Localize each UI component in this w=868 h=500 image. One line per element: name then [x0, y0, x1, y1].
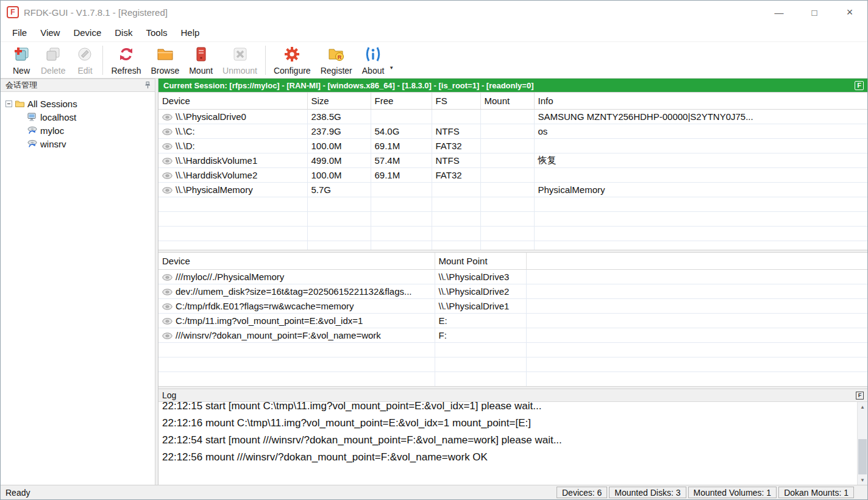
cell: 100.0M	[307, 138, 371, 153]
menu-disk[interactable]: Disk	[108, 25, 139, 40]
configure-button[interactable]: Configure	[269, 44, 316, 77]
col-filler	[526, 253, 867, 269]
table-row[interactable]: C:/tmp/11.img?vol_mount_point=E:&vol_idx…	[158, 313, 867, 328]
empty-row	[158, 211, 867, 226]
mount-button[interactable]: Mount	[184, 44, 218, 77]
empty-cell	[371, 211, 432, 226]
empty-cell	[435, 342, 526, 357]
table-row[interactable]: \\.\HarddiskVolume1499.0M57.4MNTFS恢复	[158, 153, 867, 167]
titlebar: F RFDK-GUI - V1.7.8.1 - [Registered] — □…	[1, 1, 867, 24]
tree-item-localhost[interactable]: localhost	[1, 110, 155, 124]
tree-item-all-sessions[interactable]: All Sessions	[1, 97, 155, 110]
cell: 恢复	[534, 153, 867, 167]
delete-label: Delete	[41, 66, 65, 76]
col-info[interactable]: Info	[534, 93, 867, 109]
empty-cell	[158, 197, 307, 211]
log-header: Log F	[158, 389, 867, 402]
col-size[interactable]: Size	[307, 93, 371, 109]
cell	[480, 124, 534, 138]
cell: FAT32	[432, 167, 480, 182]
unmount-icon	[230, 45, 250, 63]
scrollbar-thumb[interactable]	[858, 439, 867, 474]
edit-label: Edit	[77, 66, 92, 76]
menu-device[interactable]: Device	[66, 25, 108, 40]
cell	[480, 153, 534, 167]
log-line: 22:12:54 start [mount ///winsrv/?dokan_m…	[162, 432, 855, 449]
col-free[interactable]: Free	[371, 93, 432, 109]
device-cell: \\.\HarddiskVolume2	[158, 167, 307, 182]
tree-item-myloc[interactable]: myloc	[1, 124, 155, 137]
log-output: 22:12:15 start [mount C:\tmp\11.img?vol_…	[158, 402, 867, 485]
cell	[480, 109, 534, 124]
empty-cell	[307, 211, 371, 226]
refresh-button[interactable]: Refresh	[106, 44, 146, 77]
minimize-button[interactable]: —	[761, 1, 797, 24]
col-mount[interactable]: Mount	[480, 93, 534, 109]
empty-cell	[371, 226, 432, 241]
about-dropdown-icon[interactable]: ▼	[389, 65, 394, 71]
tree-label-all-sessions: All Sessions	[27, 99, 77, 109]
col-mount-device[interactable]: Device	[158, 253, 435, 269]
delete-session-icon	[43, 45, 63, 63]
cell	[526, 269, 867, 284]
refresh-icon	[116, 45, 136, 63]
configure-label: Configure	[274, 66, 311, 76]
refresh-label: Refresh	[111, 66, 141, 76]
device-cell: \\.\PhysicalDrive0	[158, 109, 307, 124]
col-mount-point[interactable]: Mount Point	[435, 253, 526, 269]
maximize-button[interactable]: □	[797, 1, 832, 24]
empty-row	[158, 197, 867, 211]
table-row[interactable]: \\.\HarddiskVolume2100.0M69.1MFAT32	[158, 167, 867, 182]
device-cell: dev://umem_disk?size=16t&tag=20250615221…	[158, 284, 435, 298]
session-panel-title: 会话管理	[5, 80, 37, 91]
scroll-down-icon[interactable]: ▼	[858, 475, 867, 485]
table-row[interactable]: \\.\C:237.9G54.0GNTFSos	[158, 124, 867, 138]
cell	[534, 138, 867, 153]
log-scrollbar[interactable]: ▲ ▼	[857, 402, 867, 485]
unmount-button[interactable]: Unmount	[218, 44, 262, 77]
cell	[432, 182, 480, 197]
col-device[interactable]: Device	[158, 93, 307, 109]
menu-help[interactable]: Help	[174, 25, 206, 40]
window-title: RFDK-GUI - V1.7.8.1 - [Registered]	[24, 7, 168, 18]
configure-gear-icon	[282, 45, 302, 63]
main-content: Current Session: [rfps://myloc] - [RAN-M…	[158, 79, 867, 485]
empty-cell	[480, 197, 534, 211]
workarea: 会话管理 All Sessions localhost	[1, 79, 867, 485]
table-row[interactable]: \\.\D:100.0M69.1MFAT32	[158, 138, 867, 153]
cell: 5.7G	[307, 182, 371, 197]
delete-button[interactable]: Delete	[36, 44, 70, 77]
cell: \\.\PhysicalDrive1	[435, 298, 526, 313]
cell	[480, 167, 534, 182]
col-fs[interactable]: FS	[432, 93, 480, 109]
tree-item-winsrv[interactable]: winsrv	[1, 137, 155, 150]
rfdk-logo-icon: F	[855, 81, 864, 90]
table-row[interactable]: dev://umem_disk?size=16t&tag=20250615221…	[158, 284, 867, 298]
mounts-table: Device Mount Point ///myloc//./PhysicalM…	[158, 253, 867, 386]
edit-button[interactable]: Edit	[70, 44, 99, 77]
menu-file[interactable]: File	[5, 25, 34, 40]
toolbar-separator	[265, 46, 266, 75]
about-button[interactable]: About	[357, 44, 390, 77]
table-row[interactable]: \\.\PhysicalDrive0238.5GSAMSUNG MZNTY256…	[158, 109, 867, 124]
scroll-up-icon[interactable]: ▲	[858, 402, 867, 412]
table-row[interactable]: ///winsrv/?dokan_mount_point=F:&vol_name…	[158, 328, 867, 342]
collapse-expander-icon[interactable]	[5, 100, 12, 107]
menu-tools[interactable]: Tools	[139, 25, 174, 40]
cell: 238.5G	[307, 109, 371, 124]
table-row[interactable]: \\.\PhysicalMemory5.7GPhysicalMemory	[158, 182, 867, 197]
table-row[interactable]: ///myloc//./PhysicalMemory\\.\PhysicalDr…	[158, 269, 867, 284]
close-button[interactable]: ×	[832, 1, 867, 24]
cell: NTFS	[432, 124, 480, 138]
empty-row	[158, 226, 867, 241]
device-cell: C:/tmp/11.img?vol_mount_point=E:&vol_idx…	[158, 313, 435, 328]
table-row[interactable]: C:/tmp/rfdk.E01?flags=rw&wcache=memory\\…	[158, 298, 867, 313]
menu-view[interactable]: View	[34, 25, 66, 40]
browse-button[interactable]: Browse	[146, 44, 185, 77]
pin-icon[interactable]	[144, 82, 151, 89]
cell: SAMSUNG MZNTY256HDHP-00000|S2YTNY0J75...	[534, 109, 867, 124]
register-button[interactable]: R Register	[316, 44, 357, 77]
disk-icon	[162, 288, 173, 296]
new-button[interactable]: New	[7, 44, 36, 77]
window-controls: — □ ×	[761, 1, 867, 24]
